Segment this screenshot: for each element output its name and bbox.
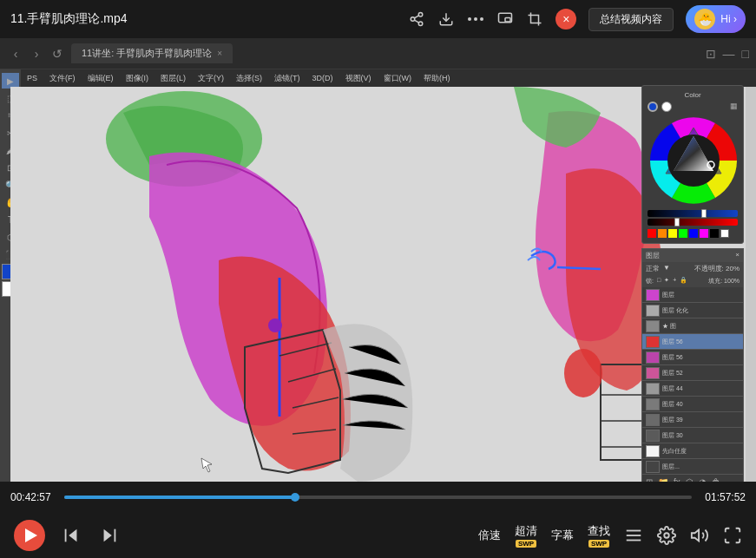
hi-label: Hi ›	[720, 13, 737, 25]
layer-row[interactable]: 图层...	[642, 459, 743, 475]
volume-button[interactable]	[690, 526, 709, 545]
search-badge: SWP	[588, 540, 609, 548]
restore-button[interactable]: □	[742, 47, 749, 61]
layer-adjust-icon[interactable]: ◑	[699, 477, 707, 482]
layer-row[interactable]: ★ 图	[642, 318, 743, 334]
layer-name: 图层 39	[662, 416, 683, 424]
preset-green[interactable]	[679, 229, 687, 238]
layer-row[interactable]: 图层 52	[642, 365, 743, 381]
layer-folder-icon[interactable]: 📁	[658, 477, 668, 482]
progress-track[interactable]	[64, 496, 692, 499]
svg-marker-32	[104, 529, 112, 542]
menu-select[interactable]: 选择(S)	[233, 73, 265, 84]
close-button[interactable]: ×	[555, 9, 576, 30]
layer-row-active[interactable]: 图层 56	[642, 334, 743, 350]
menu-file[interactable]: 文件(F)	[47, 73, 78, 84]
layer-row[interactable]: 图层 40	[642, 397, 743, 412]
menu-view[interactable]: 视图(V)	[343, 73, 374, 84]
menu-help[interactable]: 帮助(H)	[421, 73, 453, 84]
color-grid-icon[interactable]: ▦	[730, 102, 738, 112]
play-button[interactable]	[14, 520, 45, 551]
preset-orange[interactable]	[658, 229, 667, 238]
layer-mask-icon[interactable]: ⬡	[686, 477, 694, 482]
preset-white[interactable]	[720, 229, 729, 238]
search-button[interactable]: 查找 SWP	[588, 523, 610, 548]
menu-edit[interactable]: 编辑(E)	[85, 73, 116, 84]
next-button[interactable]	[97, 523, 122, 548]
tab-close-button[interactable]: ×	[217, 49, 222, 58]
menu-layer[interactable]: 图层(L)	[158, 73, 188, 84]
layer-row[interactable]: 图层 化化	[642, 303, 743, 318]
menu-text[interactable]: 文字(Y)	[195, 73, 227, 84]
playlist-button[interactable]	[624, 526, 643, 545]
forward-button[interactable]: ›	[28, 45, 45, 62]
search-badge-container: SWP	[588, 540, 609, 548]
fg-color-swatch[interactable]	[648, 102, 658, 112]
subtitle-button[interactable]: 字幕	[551, 528, 574, 543]
quality-label: 超清	[515, 523, 537, 539]
browser-bar: ‹ › ↺ 11讲坐: 手臂肌肉手臂肌肉理论 × ⊡ — □	[0, 38, 756, 69]
crop-icon[interactable]	[526, 10, 543, 28]
menu-ps[interactable]: PS	[24, 74, 40, 82]
svg-point-8	[480, 17, 483, 21]
layer-add-icon[interactable]: ⊞	[646, 477, 653, 482]
layer-fx-icon[interactable]: fx	[674, 477, 680, 482]
more-icon[interactable]	[467, 10, 484, 28]
refresh-button[interactable]: ↺	[49, 45, 66, 62]
svg-marker-30	[69, 529, 76, 542]
color-presets	[648, 229, 738, 238]
browser-nav: ‹ › ↺	[7, 45, 66, 62]
layer-row[interactable]: 图层 30	[642, 428, 743, 443]
menu-filter[interactable]: 滤镜(T)	[272, 73, 303, 84]
summary-button[interactable]: 总结视频内容	[588, 8, 674, 31]
layer-thumb	[646, 320, 660, 332]
settings-button[interactable]	[657, 526, 676, 545]
browser-tab[interactable]: 11讲坐: 手臂肌肉手臂肌肉理论 ×	[71, 43, 233, 63]
color-picker-panel: Color ▦	[641, 85, 744, 244]
preset-magenta[interactable]	[700, 229, 708, 238]
prev-button[interactable]	[59, 523, 83, 548]
color-sliders	[648, 210, 738, 226]
hue-slider[interactable]	[648, 210, 738, 217]
progress-fill	[64, 496, 295, 499]
layer-name: 图层 56	[662, 338, 683, 346]
layer-row[interactable]: 图层 56	[642, 350, 743, 365]
layer-name: 图层 44	[662, 384, 683, 393]
menu-3d[interactable]: 3D(D)	[310, 74, 336, 82]
color-wheel-container[interactable]	[648, 115, 740, 207]
menu-image[interactable]: 图像(I)	[123, 73, 152, 84]
layer-delete-icon[interactable]: 🗑	[712, 477, 720, 482]
quality-button[interactable]: 超清 SWP	[515, 523, 537, 548]
avatar-button[interactable]: 🐣 Hi ›	[686, 5, 746, 33]
browser-actions: ⊡ — □	[706, 47, 749, 61]
layer-row[interactable]: 图层 44	[642, 381, 743, 397]
time-elapsed: 00:42:57	[10, 491, 56, 503]
layer-thumb	[646, 461, 660, 473]
saturation-slider[interactable]	[648, 219, 738, 226]
preset-red[interactable]	[648, 229, 656, 238]
menu-window[interactable]: 窗口(W)	[381, 73, 415, 84]
layer-row[interactable]: 图层	[642, 287, 743, 303]
preset-black[interactable]	[710, 229, 719, 238]
layer-name: 图层 52	[662, 369, 683, 377]
time-total: 01:57:52	[700, 491, 746, 503]
fullscreen-button[interactable]	[723, 526, 742, 545]
minimize-button[interactable]: ⊡	[706, 47, 716, 61]
layers-panel: 图层 × 正常 ▼ 不透明度: 20% 锁: □ ✦ + 🔒 填充: 100% …	[641, 248, 744, 482]
bg-color-swatch[interactable]	[661, 102, 672, 112]
preset-yellow[interactable]	[668, 229, 677, 238]
speed-button[interactable]: 倍速	[478, 528, 501, 543]
svg-point-19	[564, 349, 602, 397]
download-icon[interactable]	[437, 10, 455, 28]
layer-row[interactable]: 图层 39	[642, 412, 743, 428]
layer-row[interactable]: 先白任度	[642, 443, 743, 459]
back-button[interactable]: ‹	[7, 45, 24, 62]
share-icon[interactable]	[408, 10, 425, 28]
video-area[interactable]: PS 文件(F) 编辑(E) 图像(I) 图层(L) 文字(Y) 选择(S) 滤…	[0, 69, 756, 482]
title-bar: 11.手臂肌肉理论.mp4	[0, 0, 756, 38]
maximize-button[interactable]: —	[723, 47, 735, 61]
layer-name: 图层	[662, 291, 674, 299]
pip-icon[interactable]	[496, 10, 514, 28]
svg-point-6	[468, 17, 471, 21]
preset-blue[interactable]	[689, 229, 698, 238]
